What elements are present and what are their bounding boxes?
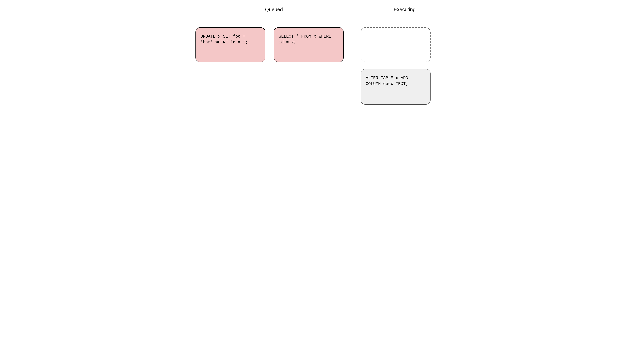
queued-card: SELECT * FROM x WHERE id = 2; (274, 27, 344, 62)
sql-text: SELECT * FROM x WHERE id = 2; (279, 34, 339, 45)
queued-header: Queued (196, 7, 352, 12)
sql-text: UPDATE x SET foo = 'bar' WHERE id = 2; (200, 34, 260, 45)
queued-card: UPDATE x SET foo = 'bar' WHERE id = 2; (196, 27, 266, 62)
queued-column: Queued UPDATE x SET foo = 'bar' WHERE id… (196, 7, 352, 354)
executing-header: Executing (361, 7, 448, 12)
executing-slot-empty (361, 27, 430, 62)
diagram-container: Queued UPDATE x SET foo = 'bar' WHERE id… (196, 7, 448, 354)
executing-cards-column: ALTER TABLE x ADD COLUMN quux TEXT; (361, 27, 448, 105)
executing-column: Executing ALTER TABLE x ADD COLUMN quux … (352, 7, 448, 354)
column-divider (354, 21, 354, 344)
executing-card: ALTER TABLE x ADD COLUMN quux TEXT; (361, 69, 430, 105)
sql-text: ALTER TABLE x ADD COLUMN quux TEXT; (366, 75, 426, 87)
queued-cards-row: UPDATE x SET foo = 'bar' WHERE id = 2; S… (196, 27, 352, 62)
